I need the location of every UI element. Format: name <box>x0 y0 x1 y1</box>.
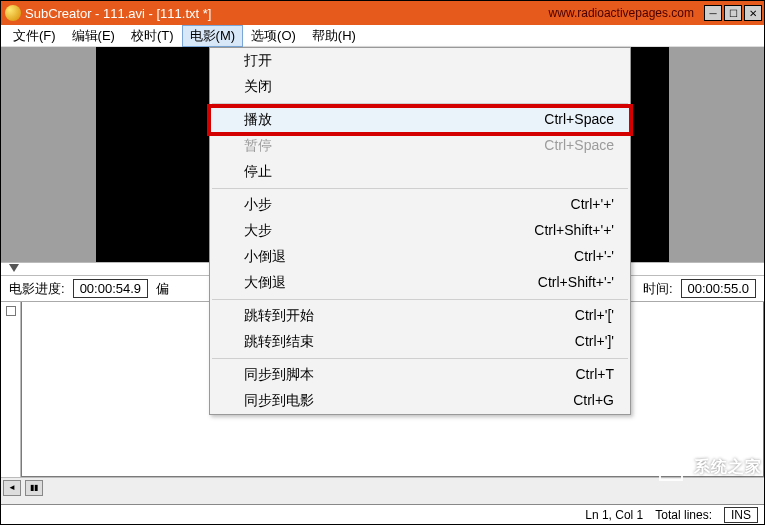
title-bar[interactable]: SubCreator - 111.avi - [111.txt *] www.r… <box>1 1 764 25</box>
menu-item-big-step[interactable]: 大步 Ctrl+Shift+'+' <box>210 218 630 244</box>
menu-movie[interactable]: 电影(M) <box>182 25 244 47</box>
status-insert-mode: INS <box>724 507 758 523</box>
menu-options[interactable]: 选项(O) <box>243 25 304 47</box>
playhead-icon[interactable] <box>9 264 19 272</box>
menu-item-shortcut: Ctrl+'[' <box>575 307 614 325</box>
minimize-button[interactable]: ─ <box>704 5 722 21</box>
menu-help[interactable]: 帮助(H) <box>304 25 364 47</box>
menu-item-label: 跳转到结束 <box>244 333 314 351</box>
menu-item-label: 小步 <box>244 196 272 214</box>
menu-item-shortcut: Ctrl+Space <box>544 111 614 129</box>
menu-item-shortcut: Ctrl+Space <box>544 137 614 155</box>
menu-item-sync-movie[interactable]: 同步到电影 Ctrl+G <box>210 388 630 414</box>
movie-menu-dropdown: 打开 关闭 播放 Ctrl+Space 暂停 Ctrl+Space 停止 小步 … <box>209 47 631 415</box>
editor-gutter <box>1 302 21 477</box>
menu-item-label: 跳转到开始 <box>244 307 314 325</box>
menu-item-shortcut: Ctrl+']' <box>575 333 614 351</box>
menu-timing[interactable]: 校时(T) <box>123 25 182 47</box>
window-title: SubCreator - 111.avi - [111.txt *] <box>25 6 211 21</box>
menu-item-pause: 暂停 Ctrl+Space <box>210 133 630 159</box>
status-total-lines: Total lines: <box>655 508 712 522</box>
app-icon <box>5 5 21 21</box>
menu-item-big-back[interactable]: 大倒退 Ctrl+Shift+'-' <box>210 270 630 296</box>
menu-item-stop[interactable]: 停止 <box>210 159 630 185</box>
menu-item-shortcut: Ctrl+'-' <box>574 248 614 266</box>
scroll-left-button[interactable]: ◄ <box>3 480 21 496</box>
progress-time[interactable]: 00:00:54.9 <box>73 279 148 298</box>
menu-separator <box>212 188 628 189</box>
menu-item-shortcut: Ctrl+Shift+'+' <box>534 222 614 240</box>
menu-file[interactable]: 文件(F) <box>5 25 64 47</box>
scroll-thumb[interactable]: ▮▮ <box>25 480 43 496</box>
menu-item-close[interactable]: 关闭 <box>210 74 630 100</box>
menu-item-jump-end[interactable]: 跳转到结束 Ctrl+']' <box>210 329 630 355</box>
horizontal-scrollbar[interactable]: ◄ ▮▮ <box>1 477 764 497</box>
menu-item-small-back[interactable]: 小倒退 Ctrl+'-' <box>210 244 630 270</box>
status-cursor-pos: Ln 1, Col 1 <box>585 508 643 522</box>
workspace: 电影进度: 00:00:54.9 偏 时间: 00:00:55.0 ◄ ▮▮ 打… <box>1 47 764 504</box>
gutter-marker-icon <box>6 306 16 316</box>
vendor-url: www.radioactivepages.com <box>549 6 694 20</box>
time-label: 时间: <box>643 280 673 298</box>
menu-item-label: 关闭 <box>244 78 272 96</box>
menu-separator <box>212 299 628 300</box>
menu-item-shortcut: Ctrl+Shift+'-' <box>538 274 614 292</box>
menu-item-shortcut: Ctrl+'+' <box>571 196 614 214</box>
menu-item-label: 同步到电影 <box>244 392 314 410</box>
menu-item-open[interactable]: 打开 <box>210 48 630 74</box>
menu-item-shortcut: Ctrl+G <box>573 392 614 410</box>
progress-label: 电影进度: <box>9 280 65 298</box>
menu-item-label: 大步 <box>244 222 272 240</box>
menu-item-label: 暂停 <box>244 137 272 155</box>
application-window: SubCreator - 111.avi - [111.txt *] www.r… <box>0 0 765 525</box>
menu-separator <box>212 358 628 359</box>
menu-bar: 文件(F) 编辑(E) 校时(T) 电影(M) 选项(O) 帮助(H) <box>1 25 764 47</box>
menu-item-label: 同步到脚本 <box>244 366 314 384</box>
menu-item-label: 停止 <box>244 163 272 181</box>
menu-item-play[interactable]: 播放 Ctrl+Space <box>210 107 630 133</box>
menu-item-shortcut: Ctrl+T <box>576 366 615 384</box>
menu-item-jump-start[interactable]: 跳转到开始 Ctrl+'[' <box>210 303 630 329</box>
menu-item-label: 大倒退 <box>244 274 286 292</box>
time-value[interactable]: 00:00:55.0 <box>681 279 756 298</box>
menu-item-label: 打开 <box>244 52 272 70</box>
close-button[interactable]: ✕ <box>744 5 762 21</box>
offset-label-truncated: 偏 <box>156 280 169 298</box>
status-bar: Ln 1, Col 1 Total lines: INS <box>1 504 764 524</box>
maximize-button[interactable]: ☐ <box>724 5 742 21</box>
menu-item-small-step[interactable]: 小步 Ctrl+'+' <box>210 192 630 218</box>
menu-item-sync-script[interactable]: 同步到脚本 Ctrl+T <box>210 362 630 388</box>
menu-edit[interactable]: 编辑(E) <box>64 25 123 47</box>
menu-item-label: 小倒退 <box>244 248 286 266</box>
menu-separator <box>212 103 628 104</box>
menu-item-label: 播放 <box>244 111 272 129</box>
